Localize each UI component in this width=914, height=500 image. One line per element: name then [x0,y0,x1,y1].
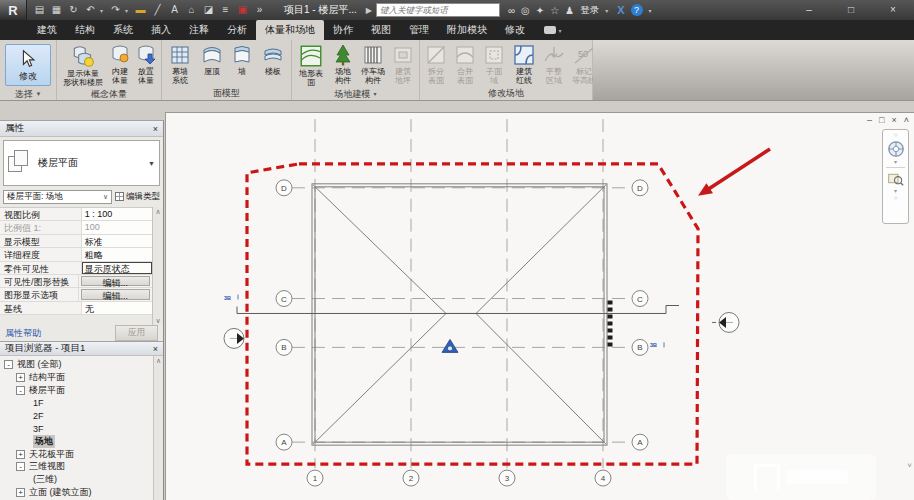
project-browser-header[interactable]: 项目浏览器 - 项目1 × [0,341,163,356]
floor-by-face-button[interactable]: 楼板 [258,42,288,78]
steering-wheel-icon[interactable] [887,140,905,158]
undo-caret-icon[interactable]: ▾ [100,7,106,14]
inplace-mass-button[interactable]: 内建 体量 [108,42,132,86]
tab-systems[interactable]: 系统 [104,20,142,40]
search-input[interactable] [376,3,500,17]
communication-icon[interactable]: ✦ [536,5,544,16]
instance-combo[interactable]: 楼层平面: 场地 ∨ [3,190,112,204]
apply-button[interactable]: 应用 [115,325,158,341]
tab-annotate[interactable]: 注释 [180,20,218,40]
favorites-star-icon[interactable]: ☆ [550,5,559,16]
building-outline[interactable] [312,184,607,445]
survey-point-icon[interactable] [442,339,458,352]
help-caret-icon[interactable]: ▾ [649,7,655,14]
close-hidden-windows-icon[interactable]: ▣ [235,2,250,18]
edit-type-button[interactable]: 编辑类型 [115,191,160,203]
parking-component-button[interactable]: 停车场 构件 [359,42,387,86]
sync-icon[interactable]: ↻ [66,2,81,18]
scroll-down-icon[interactable]: ∨ [155,317,160,324]
tree-item-3d-views[interactable]: - 三维视图 [0,461,163,474]
wall-by-face-button[interactable]: 墙 [229,42,255,78]
app-menu-button[interactable]: R [0,0,27,20]
media-button[interactable]: ▾ [542,20,564,40]
subscription-icon[interactable]: ◎ [521,5,530,16]
open-icon[interactable]: ▤ [32,2,47,18]
navbar-caret-icon[interactable]: ▾ [894,160,897,165]
aligned-dimension-icon[interactable]: ╱ [150,2,165,18]
expander-icon[interactable]: - [16,386,25,395]
measure-icon[interactable]: ▬ [133,2,148,18]
grid-bubbles-columns[interactable]: 1 2 3 4 [307,470,611,486]
curtain-system-button[interactable]: 幕墙 系统 [165,42,195,86]
qat-overflow-icon[interactable]: » [252,2,267,18]
tree-item-2f[interactable]: 2F [0,409,163,422]
edit-graphics-button[interactable]: 编辑... [81,289,150,299]
scroll-hint-icon[interactable]: ˅ [907,461,912,470]
signin-label[interactable]: 登录 [580,4,599,17]
tree-item-3d[interactable]: (三维) [0,473,163,486]
properties-scrollbar[interactable]: ∧ ∨ [152,207,163,325]
roof-by-face-button[interactable]: 屋顶 [198,42,226,78]
site-component-button[interactable]: 场地 构件 [330,42,356,86]
title-expand-icon[interactable]: ▶ [362,6,376,15]
expander-icon[interactable]: + [16,488,25,497]
tab-collaborate[interactable]: 协作 [324,20,362,40]
subregion-button[interactable]: 子面域 [481,42,507,86]
save-icon[interactable]: ▦ [49,2,64,18]
edit-visibility-button[interactable]: 编辑... [81,276,150,286]
tab-architecture[interactable]: 建筑 [28,20,66,40]
browser-scrollbar[interactable]: ∧ [153,356,163,500]
tree-item-ceiling-plans[interactable]: + 天花板平面 [0,448,163,461]
tree-item-floor-plans[interactable]: - 楼层平面 [0,384,163,397]
panel-select-label[interactable]: 选择 ▼ [0,88,56,101]
modify-button[interactable]: 修改 [5,44,51,86]
close-button[interactable]: × [872,0,914,20]
tree-item-elevations[interactable]: + 立面 (建筑立面) [0,486,163,499]
scroll-up-icon[interactable]: ∧ [155,208,160,215]
section-line[interactable] [237,306,679,314]
expander-icon[interactable]: + [16,450,25,459]
merge-surfaces-button[interactable]: 合并 表面 [452,42,478,86]
split-surface-button[interactable]: 拆分 表面 [423,42,449,86]
property-line-button[interactable]: 建筑 红线 [510,42,538,86]
maximize-button[interactable]: □ [830,0,872,20]
drawing-area[interactable]: – □ × ˄ [165,112,914,500]
expander-icon[interactable]: - [16,462,25,471]
tree-item-structural-plans[interactable]: + 结构平面 [0,371,163,384]
grid-bubbles-rows[interactable]: D C B A D C B A [276,180,648,450]
properties-header[interactable]: 属性 × [0,121,163,137]
redo-caret-icon[interactable]: ▾ [125,7,131,14]
properties-help-link[interactable]: 属性帮助 [5,327,41,340]
elevation-marker-east[interactable] [712,312,739,332]
search-icon[interactable]: ∞ [508,5,515,16]
toposurface-button[interactable]: 地形表面 [295,42,327,88]
tab-massing-site[interactable]: 体量和场地 [256,20,324,40]
project-browser-close-icon[interactable]: × [153,344,158,354]
grid-lines-horizontal[interactable] [292,188,632,442]
signin-caret-icon[interactable]: ▾ [605,7,611,14]
tab-structure[interactable]: 结构 [66,20,104,40]
undo-icon[interactable]: ↶ [83,2,98,18]
section-icon[interactable]: ◪ [201,2,216,18]
zoom-tool-icon[interactable] [887,170,904,187]
tree-item-1f[interactable]: 1F [0,397,163,410]
default-3d-view-icon[interactable]: ⌂ [184,2,199,18]
expander-icon[interactable]: + [16,373,25,382]
help-icon[interactable]: ? [631,4,643,16]
tree-item-3f[interactable]: 3F [0,422,163,435]
text-tool-icon[interactable]: A [167,2,182,18]
thin-lines-icon[interactable]: ≡ [218,2,233,18]
properties-close-icon[interactable]: × [153,124,158,134]
exchange-apps-icon[interactable]: X [617,4,624,16]
graded-region-button[interactable]: 平整 区域 [541,42,567,86]
place-mass-button[interactable]: 放置 体量 [134,42,158,86]
tab-manage[interactable]: 管理 [400,20,438,40]
tab-analyze[interactable]: 分析 [218,20,256,40]
expander-icon[interactable]: - [4,360,13,369]
tab-addins[interactable]: 附加模块 [438,20,496,40]
tab-modify[interactable]: 修改 [496,20,534,40]
building-pad-button[interactable]: 建筑 地坪 [390,42,416,86]
tab-view[interactable]: 视图 [362,20,400,40]
minimize-button[interactable]: – [788,0,830,20]
tree-item-site[interactable]: 场地 [0,435,163,448]
